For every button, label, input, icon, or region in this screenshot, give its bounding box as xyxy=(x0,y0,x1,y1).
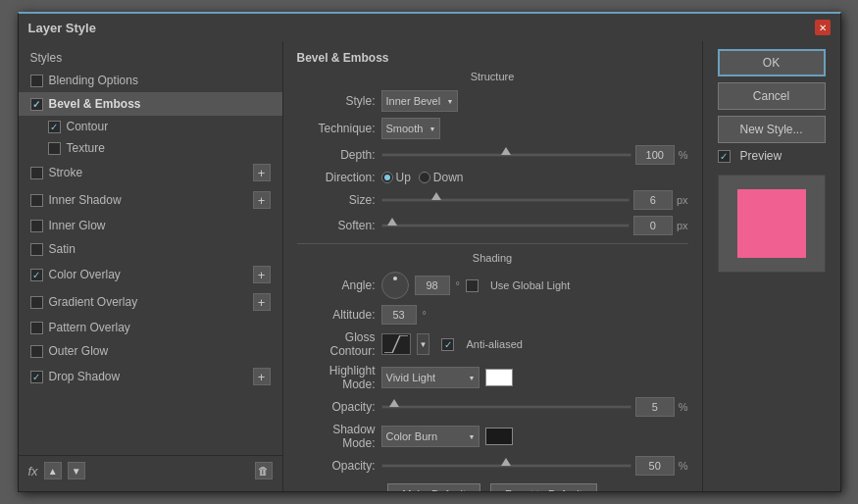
angle-input[interactable] xyxy=(415,276,450,295)
depth-input[interactable] xyxy=(635,145,675,165)
direction-down-option[interactable]: Down xyxy=(419,171,464,184)
checkbox-stroke[interactable] xyxy=(30,167,43,179)
checkbox-blending[interactable] xyxy=(30,75,43,87)
outer-glow-label: Outer Glow xyxy=(49,344,109,358)
checkbox-bevel[interactable] xyxy=(30,98,43,111)
preview-row: Preview xyxy=(718,149,826,163)
close-button[interactable]: ✕ xyxy=(815,20,831,35)
layer-item-color-overlay[interactable]: Color Overlay + xyxy=(19,261,282,288)
make-default-button[interactable]: Make Default xyxy=(387,483,480,491)
shadow-color-swatch[interactable] xyxy=(485,428,513,445)
direction-up-option[interactable]: Up xyxy=(381,171,411,184)
depth-unit: % xyxy=(679,149,688,161)
size-label: Size: xyxy=(297,193,376,207)
size-unit: px xyxy=(677,194,688,206)
highlight-mode-select-wrapper: Vivid Light xyxy=(381,367,479,388)
gloss-contour-row: Gloss Contour: ▼ Anti-aliased xyxy=(297,330,688,358)
new-style-button[interactable]: New Style... xyxy=(718,116,826,143)
shadow-opacity-slider[interactable] xyxy=(381,459,631,473)
highlight-mode-row: Highlight Mode: Vivid Light xyxy=(297,364,688,391)
dialog-body: Styles Blending Options Bevel & Emboss C… xyxy=(19,41,840,491)
add-inner-shadow-button[interactable]: + xyxy=(253,191,271,209)
size-input[interactable] xyxy=(633,190,673,210)
checkbox-satin[interactable] xyxy=(30,243,43,256)
layer-up-button[interactable]: ▲ xyxy=(44,462,62,479)
highlight-mode-select[interactable]: Vivid Light xyxy=(381,367,479,388)
add-drop-shadow-button[interactable]: + xyxy=(253,368,271,385)
highlight-opacity-row: Opacity: % xyxy=(297,397,688,417)
checkbox-pattern-overlay[interactable] xyxy=(30,322,43,334)
layer-item-contour[interactable]: Contour xyxy=(19,116,282,137)
shadow-opacity-controls: % xyxy=(381,456,688,476)
checkbox-contour[interactable] xyxy=(48,121,61,133)
depth-slider[interactable] xyxy=(381,148,631,162)
use-global-light-label: Use Global Light xyxy=(490,279,570,291)
soften-input[interactable] xyxy=(633,216,673,235)
pattern-overlay-label: Pattern Overlay xyxy=(49,321,130,334)
drop-shadow-label: Drop Shadow xyxy=(49,370,121,383)
technique-select[interactable]: Smooth xyxy=(381,118,440,139)
highlight-opacity-slider[interactable] xyxy=(381,400,631,414)
technique-select-wrapper: Smooth xyxy=(381,118,440,139)
add-stroke-button[interactable]: + xyxy=(253,164,271,181)
layer-item-drop-shadow[interactable]: Drop Shadow + xyxy=(19,363,282,390)
preview-box xyxy=(718,175,826,273)
size-slider[interactable] xyxy=(381,193,630,207)
add-gradient-overlay-button[interactable]: + xyxy=(253,293,271,311)
gloss-contour-label: Gloss Contour: xyxy=(297,330,376,358)
checkbox-texture[interactable] xyxy=(48,142,61,155)
shadow-mode-row: Shadow Mode: Color Burn xyxy=(297,423,688,450)
highlight-opacity-label: Opacity: xyxy=(297,400,376,414)
layer-down-button[interactable]: ▼ xyxy=(68,462,85,479)
style-select[interactable]: Inner Bevel xyxy=(381,90,458,112)
fx-label: fx xyxy=(28,464,38,479)
add-color-overlay-button[interactable]: + xyxy=(253,266,271,283)
contour-dropdown-button[interactable]: ▼ xyxy=(417,333,430,355)
altitude-unit: ° xyxy=(423,309,427,321)
layer-item-inner-shadow[interactable]: Inner Shadow + xyxy=(19,186,282,214)
left-panel: Styles Blending Options Bevel & Emboss C… xyxy=(19,41,283,491)
layer-item-pattern-overlay[interactable]: Pattern Overlay xyxy=(19,316,282,339)
checkbox-anti-aliased[interactable] xyxy=(441,338,454,351)
delete-layer-button[interactable]: 🗑 xyxy=(255,462,273,479)
layer-item-texture[interactable]: Texture xyxy=(19,137,282,159)
title-bar: Layer Style ✕ xyxy=(19,14,840,41)
cancel-button[interactable]: Cancel xyxy=(718,82,826,110)
layer-item-stroke[interactable]: Stroke + xyxy=(19,159,282,186)
checkbox-global-light[interactable] xyxy=(466,279,479,292)
layer-item-satin[interactable]: Satin xyxy=(19,237,282,261)
checkbox-outer-glow[interactable] xyxy=(30,345,43,358)
shadow-opacity-input[interactable] xyxy=(635,456,675,476)
angle-wheel[interactable] xyxy=(381,272,409,299)
altitude-input[interactable] xyxy=(381,305,417,325)
depth-row: Depth: % xyxy=(297,145,688,165)
shadow-mode-select[interactable]: Color Burn xyxy=(381,426,479,447)
layer-item-bevel-emboss[interactable]: Bevel & Emboss xyxy=(19,92,282,116)
layer-item-outer-glow[interactable]: Outer Glow xyxy=(19,339,282,363)
soften-slider[interactable] xyxy=(381,219,630,232)
layer-item-inner-glow[interactable]: Inner Glow xyxy=(19,214,282,237)
checkbox-drop-shadow[interactable] xyxy=(30,371,43,383)
preview-square xyxy=(737,189,806,258)
ok-button[interactable]: OK xyxy=(718,49,826,76)
size-row: Size: px xyxy=(297,190,688,210)
highlight-opacity-input[interactable] xyxy=(635,397,675,417)
highlight-color-swatch[interactable] xyxy=(485,369,513,386)
layer-item-blending-options[interactable]: Blending Options xyxy=(19,69,282,92)
contour-preview[interactable] xyxy=(381,333,411,355)
depth-controls: % xyxy=(381,145,688,165)
direction-down-label: Down xyxy=(433,171,464,184)
checkbox-color-overlay[interactable] xyxy=(30,269,43,281)
shadow-opacity-label: Opacity: xyxy=(297,459,376,473)
radio-up-circle[interactable] xyxy=(381,172,393,183)
soften-row: Soften: px xyxy=(297,216,688,235)
checkbox-preview[interactable] xyxy=(718,150,731,163)
checkbox-inner-shadow[interactable] xyxy=(30,194,43,207)
reset-default-button[interactable]: Reset to Default xyxy=(490,483,597,491)
layer-item-gradient-overlay[interactable]: Gradient Overlay + xyxy=(19,288,282,316)
radio-down-circle[interactable] xyxy=(419,172,430,183)
checkbox-gradient-overlay[interactable] xyxy=(30,296,43,309)
shadow-opacity-row: Opacity: % xyxy=(297,456,688,476)
checkbox-inner-glow[interactable] xyxy=(30,220,43,232)
right-panel: OK Cancel New Style... Preview xyxy=(703,41,840,491)
